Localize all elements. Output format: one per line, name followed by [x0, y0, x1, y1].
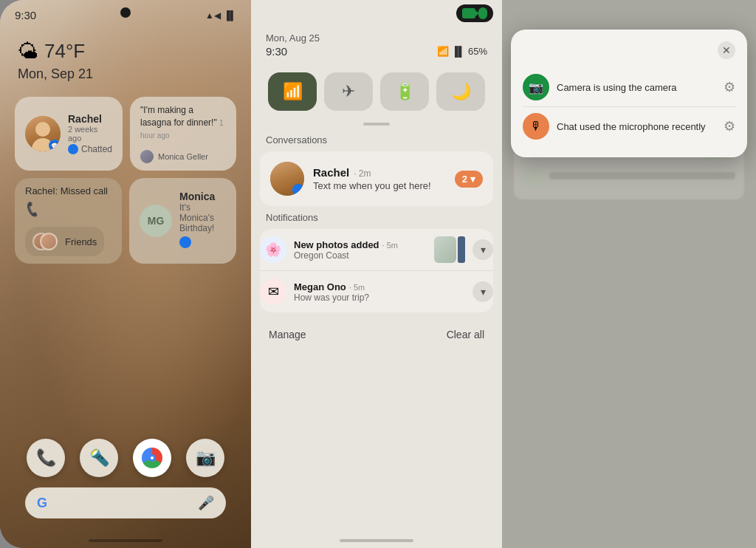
mic-permission-text: Chat used the microphone recently [557, 121, 716, 132]
monica-name-row: Monica Geller [140, 150, 208, 163]
rachel-conv-message: Text me when you get here! [313, 180, 446, 191]
monica-birthday-msg: It's Monica's Birthday! [179, 202, 226, 233]
camera-active-indicator [462, 8, 475, 18]
mic-active-indicator [478, 7, 487, 19]
camera-permission-item: 📷 Camera is using the camera ⚙ [523, 68, 735, 106]
mid-widgets-row: Rachel: Missed call 📞 Friends MG Monica [15, 178, 236, 264]
photos-notif-time: · 5m [382, 241, 398, 250]
message-badge-icon: 💬 [51, 143, 58, 149]
photos-app-icon: 🌸 [260, 236, 286, 263]
camera-permission-icon: 📷 [523, 74, 549, 100]
missed-call-icon: 📞 [23, 201, 41, 219]
weather-temperature: 74°F [44, 40, 85, 63]
chat-badge-dot [68, 144, 78, 154]
blur-avatar-3 [523, 167, 543, 188]
monica-message-widget[interactable]: "I'm making a lasagna for dinner!" 1 hou… [130, 97, 236, 171]
voice-search-icon[interactable]: 🎤 [198, 495, 214, 511]
phone-dock-icon[interactable]: 📞 [27, 439, 65, 477]
chrome-icon-graphic [142, 448, 162, 468]
blur-line-3 [549, 172, 735, 179]
monica-chat-badge [179, 236, 226, 251]
home-status-icons: ▲◀ ▐▌ [205, 10, 236, 21]
google-search-bar[interactable]: G 🎤 [25, 487, 226, 518]
conversations-label: Conversations [251, 134, 502, 151]
missed-call-text: Rachel: Missed call [25, 185, 108, 196]
weather-icon: 🌤 [18, 39, 38, 64]
camera-dock-icon[interactable]: 📷 [186, 439, 224, 477]
friends-widget[interactable]: Friends [25, 227, 104, 256]
gmail-notif-sub: How was your trip? [294, 292, 465, 303]
mic-permission-icon: 🎙 [523, 113, 549, 140]
camera-icon-symbol: 📷 [529, 81, 543, 95]
photos-notif-title: New photos added · 5m [294, 239, 427, 250]
gmail-notification[interactable]: ✉ Megan Ono · 5m How was your trip? ▾ [260, 270, 493, 312]
notifications-label: Notifications [251, 212, 502, 229]
monica-birthday-widget[interactable]: MG Monica It's Monica's Birthday! [129, 178, 236, 264]
missed-call-widget[interactable]: Rachel: Missed call 📞 Friends [15, 178, 122, 264]
blur-text-3 [549, 172, 735, 182]
camera-mic-indicator [456, 4, 493, 22]
rachel-conv-badge [292, 184, 304, 196]
monica-initials-avatar: MG [140, 205, 172, 237]
battery-saver-toggle[interactable]: 🔋 [380, 72, 429, 111]
mic-icon-symbol: 🎙 [530, 120, 542, 133]
rachel-conversation-card[interactable]: Rachel · 2m Text me when you get here! 2… [260, 151, 493, 206]
camera-dot-indicator [120, 7, 131, 18]
photos-notification[interactable]: 🌸 New photos added · 5m Oregon Coast ▾ [260, 229, 493, 270]
top-status-bar [251, 0, 502, 22]
photos-notif-sub: Oregon Coast [294, 250, 427, 261]
camera-settings-icon[interactable]: ⚙ [724, 79, 735, 95]
battery-text: 65% [468, 46, 487, 57]
moon-icon: 🌙 [451, 82, 471, 101]
notif-date: Mon, Aug 25 [266, 32, 487, 44]
photos-thumbnail [434, 236, 465, 263]
photo-thumb-1 [434, 236, 456, 263]
rachel-conv-time: · 2m [354, 168, 371, 179]
wifi-icon: 📶 [437, 46, 449, 57]
friends-label: Friends [65, 236, 97, 247]
rachel-chat-widget[interactable]: 💬 Rachel 2 weeks ago Chatted [15, 97, 123, 171]
clear-all-button[interactable]: Clear all [447, 329, 484, 340]
home-dock: 📞 🔦 📷 G 🎤 [0, 439, 251, 518]
monica-sender-name: Monica Geller [158, 152, 208, 161]
photos-icon-symbol: 🌸 [265, 242, 281, 258]
rachel-name: Rachel [68, 113, 112, 125]
rachel-unread-badge[interactable]: 2 ▾ [455, 171, 483, 188]
battery-saver-icon: 🔋 [395, 82, 415, 101]
rachel-conv-name: Rachel [313, 166, 349, 179]
gmail-expand-button[interactable]: ▾ [472, 281, 493, 302]
do-not-disturb-toggle[interactable]: 🌙 [436, 72, 485, 111]
gmail-notif-content: Megan Ono · 5m How was your trip? [294, 281, 465, 303]
friends-avatars [32, 233, 53, 250]
weather-widget: 🌤 74°F Mon, Sep 21 [0, 21, 251, 88]
gmail-icon-symbol: ✉ [268, 284, 279, 300]
chrome-dock-icon[interactable] [133, 439, 171, 477]
mic-settings-icon[interactable]: ⚙ [724, 118, 735, 134]
chevron-down-icon: ▾ [470, 174, 475, 185]
rachel-conv-name-row: Rachel · 2m [313, 166, 446, 179]
message-badge: 💬 [49, 140, 61, 151]
unread-count: 2 [462, 174, 467, 185]
home-indicator [89, 539, 162, 542]
home-screen: 9:30 ▲◀ ▐▌ 🌤 74°F Mon, Sep 21 [0, 0, 251, 548]
manage-button[interactable]: Manage [269, 329, 306, 340]
airplane-toggle[interactable]: ✈ [324, 72, 373, 111]
notif-status-right: 📶 ▐▌ 65% [437, 46, 487, 57]
photos-expand-button[interactable]: ▾ [472, 239, 493, 260]
chat-dot [179, 236, 191, 248]
camera-permission-text: Camera is using the camera [557, 82, 716, 93]
flashlight-dock-icon[interactable]: 🔦 [80, 439, 118, 477]
close-icon: ✕ [722, 44, 731, 56]
divider-pill [363, 123, 390, 126]
rachel-widget-text: Rachel 2 weeks ago Chatted [68, 113, 112, 154]
quick-toggles: 📶 ✈ 🔋 🌙 [251, 64, 502, 120]
photos-notif-content: New photos added · 5m Oregon Coast [294, 239, 427, 261]
avatar-face [35, 122, 50, 137]
friend-avatar-2 [40, 233, 58, 250]
gmail-notif-title: Megan Ono · 5m [294, 281, 465, 292]
wifi-toggle[interactable]: 📶 [268, 72, 317, 111]
chrome-center-dot [148, 454, 156, 462]
popup-close-button[interactable]: ✕ [718, 41, 735, 59]
conv-card-inner: Rachel · 2m Text me when you get here! 2… [270, 162, 483, 196]
rachel-badge-row: Chatted [68, 144, 112, 154]
